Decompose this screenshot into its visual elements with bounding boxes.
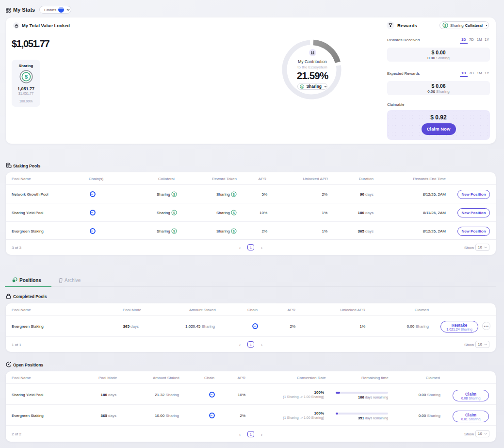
svg-text:$: $	[444, 24, 446, 28]
svg-text:$: $	[233, 230, 235, 233]
svg-text:$: $	[233, 193, 235, 197]
svg-text:$: $	[301, 85, 303, 88]
svg-text:$: $	[173, 230, 175, 233]
svg-text:$: $	[24, 74, 27, 80]
svg-text:$: $	[233, 211, 235, 215]
svg-text:$: $	[173, 211, 175, 215]
svg-text:$: $	[173, 193, 175, 197]
